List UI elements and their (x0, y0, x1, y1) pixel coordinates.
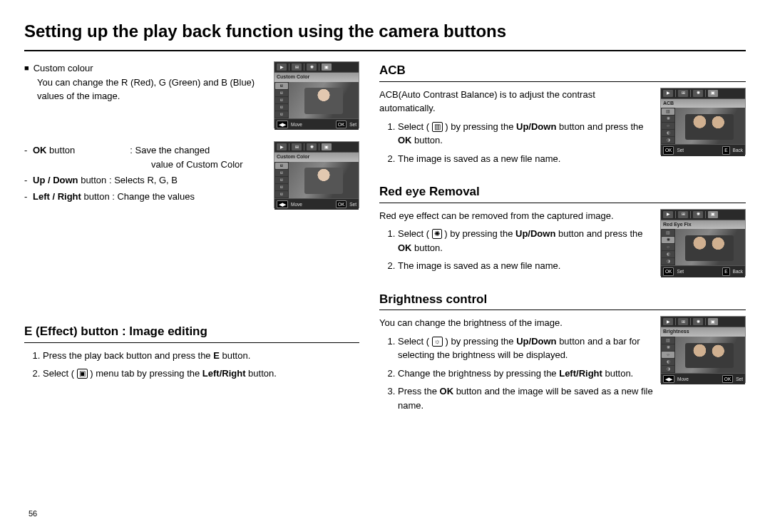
brightness-desc: You can change the brightness of the ima… (379, 316, 653, 330)
brightness-sun-icon (432, 337, 443, 347)
ok-button-def: -OK button: Save the changedvalue of Cus… (24, 143, 265, 171)
move-label: Move (291, 121, 302, 128)
brightness-step-3: Press the OK button and the image will b… (398, 384, 653, 412)
leftright-button-def: -Left / Right button : Change the values (24, 190, 265, 204)
menu-tab-icon: ▣ (77, 369, 88, 379)
acb-step-1: Select ( ▥ ) by pressing the Up/Down but… (398, 120, 653, 148)
e-btn: E (722, 146, 729, 155)
redeye-desc: Red eye effect can be removed from the c… (379, 209, 653, 223)
page-title: Setting up the play back function using … (24, 19, 746, 51)
move-btn: ◀▶ (277, 200, 288, 209)
ok-btn: OK (336, 121, 346, 129)
effect-step-2: Select ( ▣ ) menu tab by pressing the Le… (43, 367, 359, 381)
updown-button-def: -Up / Down button : Selects R, G, B (24, 173, 265, 188)
set-label: Set (677, 147, 684, 154)
acb-heading: ACB (379, 61, 746, 82)
brightness-step-1: Select ( ) by pressing the Up/Down butto… (398, 334, 653, 362)
acb-icon: ▥ (432, 122, 443, 132)
e-btn: E (722, 267, 729, 276)
effect-step-1: Press the play back button and press the… (43, 349, 359, 363)
e-effect-heading: E (Effect) button : Image editing (24, 322, 359, 343)
back-label: Back (733, 147, 743, 154)
ok-btn: OK (336, 200, 346, 209)
brightness-heading: Brightness control (379, 290, 746, 311)
screenshot-label: Brightness (661, 327, 745, 337)
acb-step-2: The image is saved as a new file name. (398, 152, 653, 166)
ok-btn: OK (663, 146, 674, 155)
brightness-screenshot: ▶⊞✺▣ Brightness ▥✺☼◐◑ ◀▶MoveOKSet (660, 316, 746, 383)
screenshot-label: Red Eye Fix (661, 220, 745, 230)
custom-colour-desc: You can change the R (Red), G (Green) an… (37, 76, 265, 103)
brightness-step-2: Change the brightness by pressing the Le… (398, 367, 653, 381)
set-label: Set (677, 268, 684, 275)
acb-desc: ACB(Auto Contrast Balance) is to adjust … (379, 88, 653, 116)
move-label: Move (677, 376, 689, 383)
move-btn: ◀▶ (277, 121, 288, 129)
screenshot-label: Custom Color (274, 73, 359, 82)
right-column: ACB ACB(Auto Contrast Balance) is to adj… (379, 61, 746, 416)
set-label: Set (349, 121, 356, 128)
custom-color-screenshot-1: ▶⊞✺▣ Custom Color ⦻⦻⦻⦻⦻ ◀▶MoveOKSet (274, 61, 359, 128)
screenshot-label: ACB (661, 99, 745, 108)
custom-colour-heading: Custom colour (24, 61, 265, 76)
custom-color-screenshot-2: ▶⊞✺▣ Custom Color ⦻⦻⦻⦻⦻ ◀▶MoveOKSet (274, 141, 359, 208)
ok-btn: OK (663, 267, 674, 276)
redeye-step-1: Select ( ✺ ) by pressing the Up/Down but… (398, 227, 653, 255)
page-number: 56 (29, 508, 37, 520)
set-label: Set (736, 376, 743, 383)
acb-screenshot: ▶⊞✺▣ ACB ▥✺☼◐◑ OKSetEBack (660, 88, 746, 155)
set-label: Set (349, 201, 356, 208)
screenshot-label: Custom Color (274, 153, 359, 162)
redeye-icon: ✺ (432, 229, 442, 239)
redeye-heading: Red eye Removal (379, 183, 746, 203)
move-btn: ◀▶ (663, 375, 674, 384)
back-label: Back (733, 268, 743, 275)
left-column: Custom colour You can change the R (Red)… (24, 61, 359, 416)
move-label: Move (291, 201, 302, 208)
redeye-screenshot: ▶⊞✺▣ Red Eye Fix ▥✺☼◐◑ OKSetEBack (660, 209, 746, 276)
redeye-step-2: The image is saved as a new file name. (398, 259, 653, 273)
ok-btn: OK (722, 375, 733, 384)
